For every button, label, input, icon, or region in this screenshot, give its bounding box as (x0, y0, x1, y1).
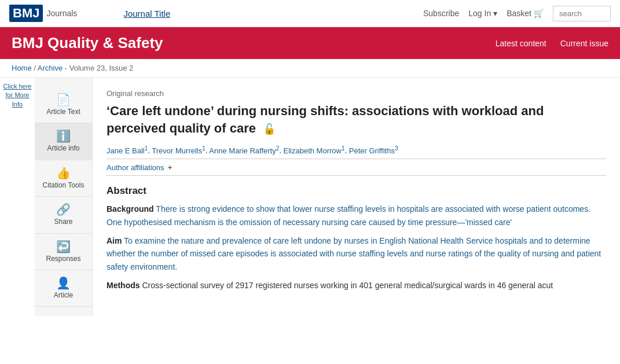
basket-icon: 🛒 (534, 9, 544, 18)
breadcrumb-separator-2: - (65, 64, 69, 72)
article-content: Original research ‘Care left undone’ dur… (93, 78, 620, 316)
sidebar: 📄 Article Text ℹ️ Article info 👍 Citatio… (35, 78, 93, 316)
responses-icon: ↩️ (56, 241, 71, 252)
top-navigation: BMJ Journals Journal Title Subscribe Log… (0, 0, 620, 27)
chevron-down-icon: ▾ (493, 9, 497, 18)
sidebar-label-citation-tools: Citation Tools (43, 181, 85, 189)
citation-tools-icon: 👍 (56, 167, 71, 179)
main-content: Click here for More Info 📄 Article Text … (0, 78, 620, 316)
journal-nav-links: Latest content Current issue (496, 39, 608, 48)
abstract-methods: Methods Cross-sectional survey of 2917 r… (107, 279, 606, 292)
search-input[interactable] (553, 6, 611, 21)
abstract-heading: Abstract (107, 185, 606, 197)
article-title: ‘Care left undone’ during nursing shifts… (107, 102, 606, 137)
expand-affiliations-icon[interactable]: + (168, 163, 173, 172)
author-peter-griffiths[interactable]: Peter Griffiths3 (349, 146, 398, 155)
breadcrumb-archive[interactable]: Archive (38, 64, 63, 72)
sidebar-item-article-info[interactable]: ℹ️ Article info (35, 123, 92, 160)
author-jane-ball[interactable]: Jane E Ball1 (107, 146, 148, 155)
top-nav-right: Subscribe Log In ▾ Basket 🛒 (423, 6, 611, 21)
article-text-icon: 📄 (56, 94, 71, 105)
current-issue-link[interactable]: Current issue (560, 39, 608, 48)
author-trevor-murrells[interactable]: Trevor Murrells1 (152, 146, 205, 155)
sidebar-item-article[interactable]: 👤 Article (35, 270, 92, 307)
author-anne-rafferty[interactable]: Anne Marie Rafferty2 (209, 146, 279, 155)
subscribe-link[interactable]: Subscribe (423, 9, 459, 18)
breadcrumb-home[interactable]: Home (12, 64, 32, 72)
bmj-logo: BMJ (9, 5, 43, 22)
sidebar-item-citation-tools[interactable]: 👍 Citation Tools (35, 160, 92, 197)
article-icon: 👤 (56, 277, 71, 289)
left-annotation: Click here for More Info (0, 78, 35, 316)
login-button[interactable]: Log In ▾ (468, 9, 497, 18)
journal-title-link[interactable]: Journal Title (123, 9, 170, 19)
journal-header: BMJ Quality & Safety Latest content Curr… (0, 27, 620, 59)
breadcrumb-issue: Volume 23, Issue 2 (69, 64, 134, 72)
author-elizabeth-morrow[interactable]: Elizabeth Morrow1 (284, 146, 345, 155)
sidebar-label-article-info: Article info (47, 144, 79, 152)
abstract-aim: Aim To examine the nature and prevalence… (107, 234, 606, 273)
abstract-section: Abstract Background There is strong evid… (107, 185, 606, 292)
share-icon: 🔗 (56, 204, 71, 215)
sidebar-label-article: Article (54, 291, 73, 299)
sidebar-label-responses: Responses (46, 255, 80, 263)
sidebar-item-share[interactable]: 🔗 Share (35, 197, 92, 233)
breadcrumb: Home / Archive - Volume 23, Issue 2 (0, 59, 620, 78)
journals-label: Journals (46, 9, 77, 18)
sidebar-item-responses[interactable]: ↩️ Responses (35, 234, 92, 270)
latest-content-link[interactable]: Latest content (496, 39, 546, 48)
article-type: Original research (107, 89, 606, 98)
author-affiliations-link[interactable]: Author affiliations (107, 163, 164, 172)
abstract-background: Background There is strong evidence to s… (107, 203, 606, 229)
basket-button[interactable]: Basket 🛒 (507, 9, 544, 18)
sidebar-label-share: Share (54, 218, 72, 226)
article-info-icon: ℹ️ (56, 130, 71, 142)
sidebar-label-article-text: Article Text (46, 108, 80, 116)
authors-line: Jane E Ball1, Trevor Murrells1, Anne Mar… (107, 144, 606, 156)
logo-area: BMJ Journals (9, 5, 77, 22)
click-here-link[interactable]: Click here for More Info (3, 83, 32, 108)
author-affiliations-row: Author affiliations + (107, 159, 606, 176)
open-access-icon: 🔓 (263, 123, 276, 135)
sidebar-item-article-text[interactable]: 📄 Article Text (35, 87, 92, 123)
journal-name: BMJ Quality & Safety (12, 34, 163, 52)
